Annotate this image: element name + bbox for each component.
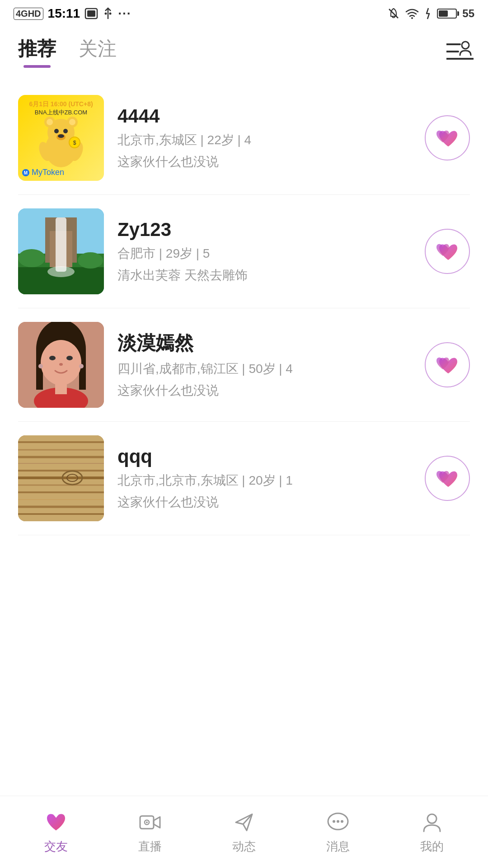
battery-level: 55 (462, 7, 474, 20)
svg-point-43 (59, 363, 63, 366)
nav-label-messages: 消息 (326, 839, 350, 854)
nav-label-mine: 我的 (420, 839, 444, 854)
svg-marker-63 (154, 817, 160, 828)
charging-icon (424, 7, 432, 20)
svg-point-7 (462, 42, 469, 49)
like-button[interactable] (425, 456, 470, 501)
avatar[interactable]: $ M MyToken 6月1日 16:00 (UTC+8) BNA上线中ZB.… (18, 95, 104, 181)
nav-item-live[interactable]: 直播 (103, 810, 197, 854)
nature-avatar (18, 208, 104, 294)
svg-point-71 (427, 814, 436, 823)
user-item: qqq 北京市,北京市,东城区 | 20岁 | 1 这家伙什么也没说 (18, 422, 470, 535)
user-info: 淡漠嫣然 四川省,成都市,锦江区 | 50岁 | 4 这家伙什么也没说 (117, 330, 411, 399)
person-avatar (18, 322, 104, 408)
network-badge: 4GHD (14, 8, 43, 20)
svg-point-34 (18, 249, 45, 267)
svg-point-16 (69, 119, 75, 125)
battery-icon (437, 9, 457, 19)
nav-icon-live (137, 810, 163, 835)
bell-mute-icon (387, 7, 400, 20)
filter-person-icon (446, 41, 474, 63)
user-info: qqq 北京市,北京市,东城区 | 20岁 | 1 这家伙什么也没说 (117, 446, 411, 511)
wood-avatar (18, 435, 104, 521)
user-item: $ M MyToken 6月1日 16:00 (UTC+8) BNA上线中ZB.… (18, 81, 470, 195)
chat-nav-icon (326, 811, 350, 833)
svg-point-6 (411, 17, 413, 19)
header: 推荐 关注 (0, 27, 488, 68)
nav-icon-messages (325, 810, 351, 835)
svg-point-41 (49, 356, 56, 360)
svg-point-65 (146, 821, 148, 823)
user-list: $ M MyToken 6月1日 16:00 (UTC+8) BNA上线中ZB.… (0, 68, 488, 549)
svg-point-18 (63, 129, 68, 133)
svg-point-17 (54, 129, 59, 133)
mytoken-logo: M MyToken (22, 168, 64, 177)
avatar[interactable] (18, 322, 104, 408)
tab-recommend[interactable]: 推荐 (18, 36, 56, 68)
nav-item-moments[interactable]: 动态 (197, 810, 291, 854)
user-name: qqq (117, 446, 411, 467)
usb-icon (103, 7, 113, 20)
svg-point-70 (341, 820, 343, 823)
user-name: 4444 (117, 105, 411, 127)
svg-point-44 (38, 364, 43, 368)
user-name: 淡漠嫣然 (117, 330, 411, 356)
double-heart-icon (435, 127, 460, 149)
avatar[interactable] (18, 208, 104, 294)
more-dots: ··· (118, 6, 131, 21)
plane-nav-icon (233, 811, 255, 833)
svg-point-45 (79, 364, 84, 368)
filter-wrapper (446, 40, 470, 64)
nav-item-messages[interactable]: 消息 (291, 810, 385, 854)
user-bio: 这家伙什么也没说 (117, 382, 411, 399)
tab-follow[interactable]: 关注 (79, 36, 117, 68)
nav-icon-mine (419, 810, 445, 835)
double-heart-icon (435, 240, 460, 263)
person-nav-icon (421, 811, 443, 833)
like-button[interactable] (425, 229, 470, 274)
nav-label-live: 直播 (138, 839, 162, 854)
tab-group: 推荐 关注 (18, 36, 117, 68)
user-item: Zy123 合肥市 | 29岁 | 5 清水出芙蓉 天然去雕饰 (18, 195, 470, 308)
svg-point-20 (58, 134, 64, 138)
user-name: Zy123 (117, 219, 411, 241)
bottom-nav: 交友 直播 动态 (0, 796, 488, 868)
user-meta: 北京市,东城区 | 22岁 | 4 (117, 132, 411, 149)
svg-point-42 (66, 356, 73, 360)
double-heart-icon (435, 467, 460, 490)
user-meta: 北京市,北京市,东城区 | 20岁 | 1 (117, 472, 411, 489)
like-button[interactable] (425, 342, 470, 387)
svg-point-3 (105, 13, 107, 15)
user-bio: 这家伙什么也没说 (117, 153, 411, 170)
user-bio: 这家伙什么也没说 (117, 494, 411, 511)
nav-item-mine[interactable]: 我的 (385, 810, 479, 854)
svg-point-33 (47, 266, 75, 277)
svg-rect-32 (56, 217, 66, 272)
nav-label-friends: 交友 (44, 839, 68, 854)
heart-nav-icon (44, 811, 68, 833)
avatar[interactable] (18, 435, 104, 521)
svg-point-69 (337, 820, 339, 823)
video-nav-icon (138, 811, 162, 833)
svg-text:$: $ (73, 140, 76, 146)
like-button[interactable] (425, 115, 470, 160)
svg-point-40 (41, 340, 81, 385)
nav-item-friends[interactable]: 交友 (9, 810, 103, 854)
svg-point-14 (47, 119, 53, 125)
status-left: 4GHD 15:11 ··· (14, 6, 131, 21)
svg-text:M: M (24, 170, 28, 175)
wifi-icon (405, 8, 419, 19)
user-meta: 四川省,成都市,锦江区 | 50岁 | 4 (117, 360, 411, 377)
filter-icon[interactable] (446, 40, 470, 64)
svg-point-4 (109, 13, 112, 15)
nav-label-moments: 动态 (232, 839, 256, 854)
double-heart-icon (435, 354, 460, 376)
svg-point-35 (78, 252, 103, 269)
status-bar: 4GHD 15:11 ··· (0, 0, 488, 27)
svg-rect-47 (55, 381, 67, 394)
user-info: 4444 北京市,东城区 | 22岁 | 4 这家伙什么也没说 (117, 105, 411, 170)
user-info: Zy123 合肥市 | 29岁 | 5 清水出芙蓉 天然去雕饰 (117, 219, 411, 284)
user-meta: 合肥市 | 29岁 | 5 (117, 245, 411, 262)
user-item: 淡漠嫣然 四川省,成都市,锦江区 | 50岁 | 4 这家伙什么也没说 (18, 308, 470, 422)
sim-icon (84, 8, 98, 19)
